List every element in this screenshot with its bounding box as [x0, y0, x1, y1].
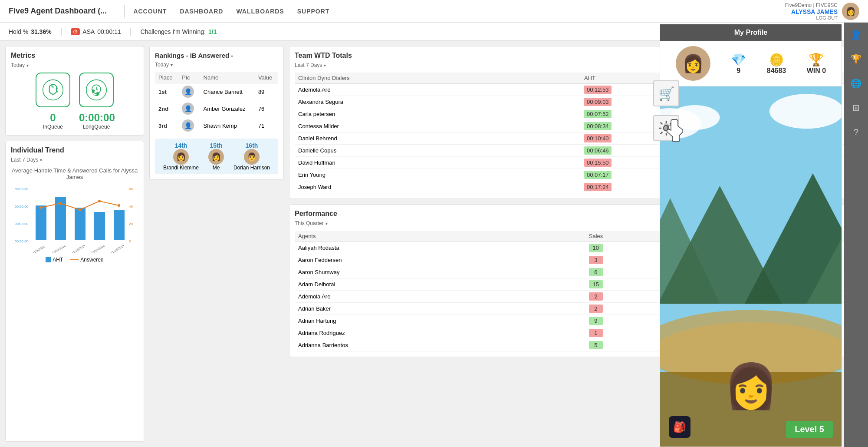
metrics-values: 0 InQueue 0:00:00 LongQueue — [11, 112, 138, 130]
value-1: 89 — [255, 83, 278, 100]
col-value: Value — [255, 72, 278, 83]
longqueue-icon-box — [79, 73, 114, 107]
svg-text:00:06:00: 00:06:00 — [15, 205, 29, 209]
rank-1: 1st — [158, 89, 167, 95]
sidebar-icon-trophy[interactable]: 🏆 — [848, 51, 864, 67]
chart-area: 00:09:00 00:06:00 00:03:00 00:00:00 60 4… — [11, 184, 138, 253]
metrics-icons — [11, 73, 138, 107]
col-place: Place — [155, 72, 178, 83]
user-name[interactable]: ALYSSA JAMES — [791, 8, 838, 15]
sidebar-icon-help[interactable]: ? — [848, 124, 864, 140]
svg-point-0 — [43, 80, 63, 100]
svg-point-2 — [86, 80, 107, 100]
metrics-card: Metrics Today ▾ — [5, 46, 144, 136]
chart-title: Average Handle Time & Answered Calls for… — [11, 167, 138, 180]
challenges-item: Challenges I'm Winning: 1/1 — [141, 28, 217, 35]
svg-point-21 — [79, 209, 81, 211]
rankings-time: Today ▾ — [155, 62, 278, 68]
rankings-title: Rankings - IB Answered - — [155, 52, 278, 59]
profile-avatar: 👩 — [676, 46, 710, 81]
svg-point-23 — [118, 204, 120, 207]
svg-text:00:03:00: 00:03:00 — [15, 222, 29, 226]
avatar[interactable]: 👩 — [842, 3, 859, 20]
name-brandi: Brandi Klemme — [163, 165, 199, 171]
longqueue-number: 0:00:00 — [79, 112, 114, 124]
team-wtd-dropdown[interactable]: ▾ — [324, 63, 326, 68]
inqueue-value-box: 0 InQueue — [36, 112, 70, 130]
trend-card: Individual Trend Last 7 Days ▾ Average H… — [5, 141, 144, 442]
rankings-dropdown[interactable]: ▾ — [171, 63, 173, 67]
nav-divider — [124, 5, 125, 18]
coins-stat: 🪙 84683 — [767, 53, 786, 75]
value-2: 76 — [255, 100, 278, 117]
profile-character-area: 👩 Level 5 🎒 — [660, 86, 842, 447]
trend-dropdown-arrow[interactable]: ▾ — [40, 158, 42, 162]
trend-time: Last 7 Days ▾ — [11, 157, 138, 163]
rank-person-16: 16th 👨 Dorian Harrison — [233, 142, 270, 171]
legend-answered: Answered — [70, 257, 103, 263]
name-me: Me — [208, 165, 224, 171]
perf-dropdown[interactable]: ▾ — [326, 221, 328, 226]
metrics-title: Metrics — [11, 52, 138, 60]
avatar-me: 👩 — [208, 149, 224, 165]
coins-icon: 🪙 — [767, 53, 786, 67]
asa-value: 00:00:11 — [97, 28, 121, 35]
metrics-dropdown-arrow[interactable]: ▾ — [26, 63, 29, 68]
legend-aht-color — [46, 257, 51, 262]
clock-phone-icon — [85, 79, 107, 101]
trend-chart: 00:09:00 00:06:00 00:03:00 00:00:00 60 4… — [11, 184, 138, 253]
challenges-value: 1/1 — [208, 28, 217, 35]
diamonds-stat: 💎 9 — [731, 53, 746, 75]
svg-text:11/14/2018: 11/14/2018 — [91, 244, 105, 253]
inqueue-icon-box — [36, 73, 70, 107]
svg-text:00:00:00: 00:00:00 — [15, 239, 29, 243]
svg-point-19 — [39, 206, 42, 209]
svg-text:11/9/2018: 11/9/2018 — [32, 245, 46, 253]
left-panel: Metrics Today ▾ — [5, 46, 144, 442]
sidebar-icon-grid[interactable]: ⊞ — [848, 100, 864, 116]
rank-2: 2nd — [158, 106, 168, 112]
user-demo: Five9Demo | FIVE9SC — [785, 2, 838, 8]
avatar-2: 👤 — [182, 103, 194, 115]
inqueue-number: 0 — [36, 112, 70, 124]
wins-stat: 🏆 WIN 0 — [807, 53, 826, 75]
nav-support[interactable]: SUPPORT — [297, 8, 330, 15]
challenges-label: Challenges I'm Winning: — [141, 28, 206, 35]
phone-in-icon — [42, 79, 64, 101]
name-dorian: Dorian Harrison — [233, 165, 270, 171]
hold-pct-item: Hold % 31.36% — [9, 28, 52, 35]
nav-wallboards[interactable]: WALLBOARDS — [236, 8, 284, 15]
nav-account[interactable]: ACCOUNT — [133, 8, 167, 15]
longqueue-value-box: 0:00:00 LongQueue — [79, 112, 114, 130]
name-1: Chance Barnett — [200, 83, 255, 100]
nav-dashboard[interactable]: DASHBOARD — [180, 8, 223, 15]
rankings-bottom: 14th 👩 Brandi Klemme 15th 👩 Me 16th 👨 Do… — [155, 139, 278, 174]
middle-panel: Rankings - IB Answered - Today ▾ Place P… — [149, 46, 284, 442]
hold-value: 31.36% — [31, 28, 51, 35]
perf-col-agents: Agents — [295, 231, 585, 242]
table-row: 2nd 👤 Amber Gonzalez 76 — [155, 100, 278, 117]
svg-line-5 — [96, 89, 98, 90]
sidebar-icon-globe[interactable]: 🌐 — [848, 76, 864, 91]
logout-link[interactable]: LOG OUT — [816, 15, 838, 20]
backpack-icon[interactable]: 🎒 — [669, 416, 690, 438]
svg-rect-18 — [114, 210, 125, 240]
chart-legend: AHT Answered — [11, 257, 138, 263]
avatar-3: 👤 — [182, 119, 194, 132]
legend-answered-label: Answered — [80, 257, 103, 263]
svg-point-22 — [98, 200, 101, 202]
app-title: Five9 Agent Dashboard (... — [9, 7, 107, 16]
status-divider2: | — [130, 27, 132, 36]
name-3: Shawn Kemp — [200, 117, 255, 134]
sidebar-icon-person[interactable]: 👤 — [848, 27, 864, 43]
rankings-table: Place Pic Name Value 1st 👤 Chance Barnet… — [155, 72, 278, 134]
svg-text:0: 0 — [129, 239, 131, 243]
cart-popup[interactable]: 🛒 — [653, 80, 679, 106]
legend-aht: AHT — [46, 257, 63, 263]
legend-aht-label: AHT — [53, 257, 63, 263]
name-2: Amber Gonzalez — [200, 100, 255, 117]
asa-icon: ⏱ — [71, 28, 80, 35]
rank-person-14: 14th 👩 Brandi Klemme — [163, 142, 199, 171]
gear-popup[interactable] — [653, 115, 679, 141]
hold-label: Hold % — [9, 28, 28, 35]
